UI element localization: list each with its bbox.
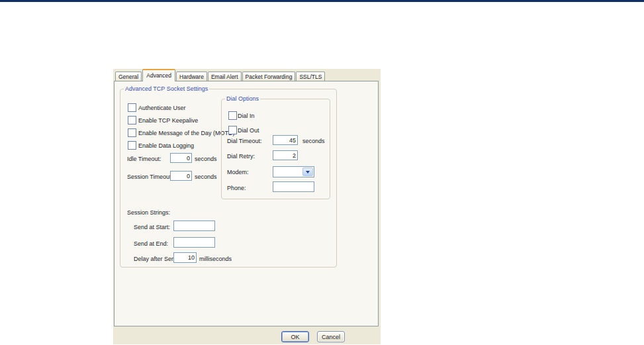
idle-timeout-label: Idle Timeout: xyxy=(127,156,161,162)
modem-select[interactable] xyxy=(273,166,314,177)
enable-motd-label: Enable Message of the Day (MOTD) xyxy=(138,130,235,136)
session-timeout-input[interactable] xyxy=(170,171,192,181)
dial-retry-label: Dial Retry: xyxy=(227,153,255,160)
send-at-start-label: Send at Start: xyxy=(134,224,170,230)
top-accent-bar xyxy=(0,0,644,2)
phone-input[interactable] xyxy=(273,181,314,192)
enable-tcp-keepalive-label: Enable TCP Keepalive xyxy=(138,117,198,124)
delay-after-send-input[interactable] xyxy=(173,252,197,263)
enable-motd-checkbox[interactable] xyxy=(128,128,136,137)
tab-hardware[interactable]: Hardware xyxy=(176,72,207,81)
tab-ssl-tls[interactable]: SSL/TLS xyxy=(296,72,325,81)
enable-data-logging-checkbox[interactable] xyxy=(128,141,136,150)
ok-button[interactable]: OK xyxy=(281,331,309,342)
screen: General Advanced Hardware Email Alert Pa… xyxy=(0,0,644,345)
send-at-end-input[interactable] xyxy=(173,237,215,248)
tab-strip: General Advanced Hardware Email Alert Pa… xyxy=(115,69,326,81)
idle-timeout-input[interactable] xyxy=(170,153,192,163)
cancel-button[interactable]: Cancel xyxy=(317,331,345,342)
send-at-end-label: Send at End: xyxy=(134,240,168,247)
settings-dialog: General Advanced Hardware Email Alert Pa… xyxy=(113,69,381,344)
dial-retry-input[interactable] xyxy=(273,150,298,160)
session-timeout-unit: seconds xyxy=(195,173,217,180)
session-strings-title: Session Strings: xyxy=(127,209,170,216)
tab-advanced[interactable]: Advanced xyxy=(142,69,175,81)
idle-timeout-unit: seconds xyxy=(195,156,217,162)
dial-in-label: Dial In xyxy=(238,113,255,119)
tab-panel-advanced: Advanced TCP Socket Settings Authenticat… xyxy=(114,81,379,326)
dial-in-checkbox[interactable] xyxy=(228,111,237,120)
dial-options-group-title: Dial Options xyxy=(225,95,260,102)
enable-data-logging-label: Enable Data Logging xyxy=(138,142,194,149)
chevron-down-icon xyxy=(306,171,310,173)
send-at-start-input[interactable] xyxy=(173,221,215,231)
dial-timeout-label: Dial Timeout: xyxy=(227,138,262,144)
phone-label: Phone: xyxy=(227,185,246,191)
enable-tcp-keepalive-checkbox[interactable] xyxy=(128,116,136,124)
dial-timeout-input[interactable] xyxy=(273,135,298,145)
tab-email-alert[interactable]: Email Alert xyxy=(208,72,242,81)
dial-timeout-unit: seconds xyxy=(302,138,325,144)
delay-after-send-unit: milliseconds xyxy=(199,256,232,262)
dial-out-checkbox[interactable] xyxy=(228,126,237,134)
modem-dropdown-button[interactable] xyxy=(302,168,313,176)
modem-label: Modem: xyxy=(227,169,249,175)
authenticate-user-label: Authenticate User xyxy=(138,105,186,111)
dial-out-label: Dial Out xyxy=(238,127,259,134)
session-timeout-label: Session Timeout: xyxy=(127,173,173,180)
advanced-tcp-settings-group-title: Advanced TCP Socket Settings xyxy=(124,85,209,92)
dial-options-group: Dial Options Dial In Dial Out Dial Timeo… xyxy=(221,99,330,199)
tab-packet-forwarding[interactable]: Packet Forwarding xyxy=(242,72,296,81)
authenticate-user-checkbox[interactable] xyxy=(128,103,136,112)
tab-general[interactable]: General xyxy=(115,72,142,81)
